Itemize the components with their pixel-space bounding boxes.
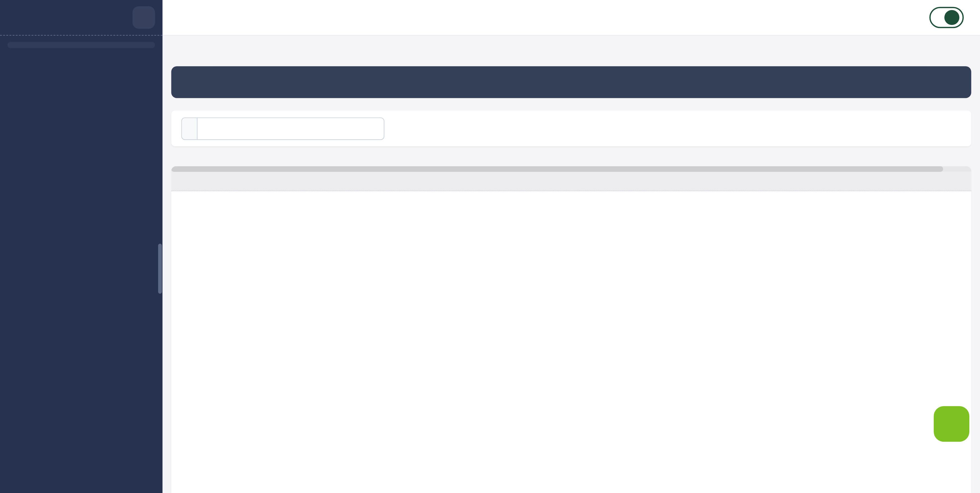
sidebar-header <box>0 0 162 36</box>
customers-table <box>171 166 971 493</box>
chat-launcher-button[interactable] <box>934 406 969 442</box>
search-card <box>171 110 971 146</box>
table-header-row <box>171 172 971 191</box>
app-root <box>0 0 980 493</box>
sidebar-collapse-button[interactable] <box>132 6 155 29</box>
search-input[interactable] <box>197 117 384 140</box>
main-area <box>162 0 980 493</box>
sidebar <box>0 0 162 493</box>
table-horizontal-scrollbar <box>171 166 971 172</box>
stamps-pill[interactable] <box>929 7 964 28</box>
topbar <box>162 0 980 36</box>
sidebar-scrollbar-thumb[interactable] <box>158 244 162 294</box>
content <box>162 36 980 493</box>
search-label <box>181 117 197 140</box>
tabs-bar <box>171 66 971 98</box>
table-horizontal-scrollbar-thumb[interactable] <box>171 166 943 172</box>
breadcrumb <box>171 36 971 59</box>
sidebar-nav <box>0 36 162 48</box>
stamps-count-badge <box>944 10 959 25</box>
customers-submenu <box>8 42 155 48</box>
